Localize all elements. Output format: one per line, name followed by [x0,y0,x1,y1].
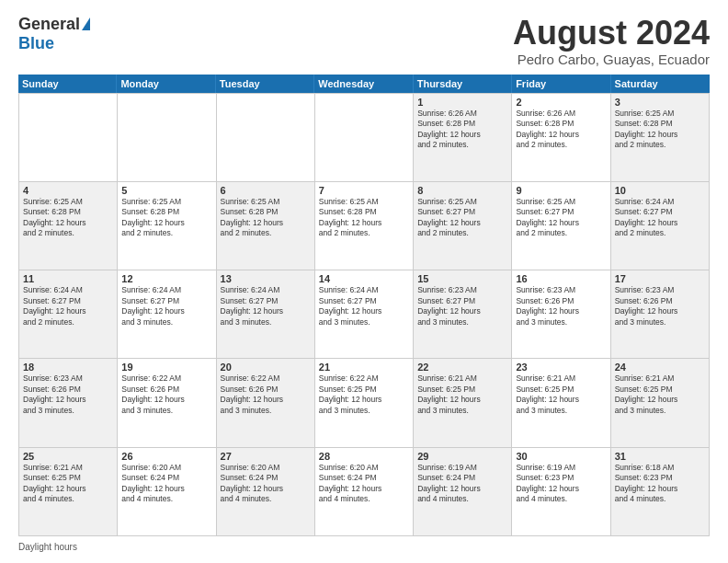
calendar-cell [315,94,414,182]
day-info: Sunrise: 6:23 AM Sunset: 6:26 PM Dayligh… [23,373,113,416]
day-number: 6 [221,185,311,196]
calendar-header-cell: Thursday [414,75,512,93]
day-number: 28 [319,451,409,462]
calendar-header-cell: Sunday [18,75,117,93]
day-info: Sunrise: 6:25 AM Sunset: 6:28 PM Dayligh… [615,109,705,151]
calendar-cell: 8Sunrise: 6:25 AM Sunset: 6:27 PM Daylig… [414,182,512,270]
calendar-cell: 11Sunrise: 6:24 AM Sunset: 6:27 PM Dayli… [19,270,118,359]
day-number: 21 [319,362,409,373]
day-number: 20 [221,362,311,373]
day-number: 25 [23,451,113,462]
calendar-cell: 31Sunrise: 6:18 AM Sunset: 6:23 PM Dayli… [611,448,710,536]
calendar-cell: 20Sunrise: 6:22 AM Sunset: 6:26 PM Dayli… [217,359,315,447]
day-number: 16 [516,273,606,284]
day-number: 1 [417,97,507,108]
calendar-cell: 23Sunrise: 6:21 AM Sunset: 6:25 PM Dayli… [512,359,610,447]
calendar-cell: 24Sunrise: 6:21 AM Sunset: 6:25 PM Dayli… [611,359,710,447]
day-info: Sunrise: 6:21 AM Sunset: 6:25 PM Dayligh… [516,373,606,416]
calendar-cell: 10Sunrise: 6:24 AM Sunset: 6:27 PM Dayli… [611,182,710,270]
day-info: Sunrise: 6:22 AM Sunset: 6:26 PM Dayligh… [121,373,211,416]
header: General Blue August 2024 Pedro Carbo, Gu… [18,15,710,67]
day-number: 18 [23,362,113,373]
calendar-week-row: 11Sunrise: 6:24 AM Sunset: 6:27 PM Dayli… [19,270,710,359]
logo-general-text: General [18,15,80,34]
calendar-cell: 5Sunrise: 6:25 AM Sunset: 6:28 PM Daylig… [118,182,216,270]
logo: General Blue [18,15,90,53]
calendar-header-cell: Tuesday [216,75,314,93]
calendar-cell: 15Sunrise: 6:23 AM Sunset: 6:27 PM Dayli… [414,270,512,359]
calendar-cell: 12Sunrise: 6:24 AM Sunset: 6:27 PM Dayli… [118,270,216,359]
calendar-header-cell: Friday [512,75,610,93]
calendar-cell: 16Sunrise: 6:23 AM Sunset: 6:26 PM Dayli… [512,270,610,359]
day-info: Sunrise: 6:25 AM Sunset: 6:28 PM Dayligh… [121,197,211,239]
day-number: 19 [121,362,211,373]
day-number: 4 [23,185,113,196]
main-title: August 2024 [513,15,710,52]
calendar-cell [217,94,315,182]
title-block: August 2024 Pedro Carbo, Guayas, Ecuador [513,15,710,67]
calendar-header-cell: Saturday [611,75,710,93]
calendar-week-row: 4Sunrise: 6:25 AM Sunset: 6:28 PM Daylig… [19,182,710,270]
calendar-header: SundayMondayTuesdayWednesdayThursdayFrid… [18,75,710,93]
day-info: Sunrise: 6:22 AM Sunset: 6:26 PM Dayligh… [221,373,311,416]
day-number: 5 [121,185,211,196]
day-number: 3 [615,97,705,108]
calendar-cell: 17Sunrise: 6:23 AM Sunset: 6:26 PM Dayli… [611,270,710,359]
calendar-header-cell: Wednesday [314,75,413,93]
day-info: Sunrise: 6:25 AM Sunset: 6:28 PM Dayligh… [221,197,311,239]
calendar-cell: 19Sunrise: 6:22 AM Sunset: 6:26 PM Dayli… [118,359,216,447]
day-info: Sunrise: 6:23 AM Sunset: 6:27 PM Dayligh… [417,285,507,327]
calendar-week-row: 25Sunrise: 6:21 AM Sunset: 6:25 PM Dayli… [19,448,710,536]
day-info: Sunrise: 6:20 AM Sunset: 6:24 PM Dayligh… [319,463,409,505]
day-info: Sunrise: 6:21 AM Sunset: 6:25 PM Dayligh… [417,373,507,416]
calendar-cell: 26Sunrise: 6:20 AM Sunset: 6:24 PM Dayli… [118,448,216,536]
day-info: Sunrise: 6:19 AM Sunset: 6:23 PM Dayligh… [516,463,606,505]
location-subtitle: Pedro Carbo, Guayas, Ecuador [513,52,710,67]
calendar-cell: 4Sunrise: 6:25 AM Sunset: 6:28 PM Daylig… [19,182,118,270]
logo-blue-text: Blue [18,34,54,53]
logo-triangle-icon [82,17,90,30]
calendar-cell [19,94,118,182]
day-info: Sunrise: 6:24 AM Sunset: 6:27 PM Dayligh… [23,285,113,327]
day-number: 30 [516,451,606,462]
day-number: 17 [615,273,705,284]
day-number: 13 [221,273,311,284]
calendar-cell: 3Sunrise: 6:25 AM Sunset: 6:28 PM Daylig… [611,94,710,182]
day-number: 23 [516,362,606,373]
day-number: 29 [417,451,507,462]
day-info: Sunrise: 6:21 AM Sunset: 6:25 PM Dayligh… [23,463,113,505]
day-info: Sunrise: 6:20 AM Sunset: 6:24 PM Dayligh… [221,463,311,505]
day-number: 11 [23,273,113,284]
day-number: 14 [319,273,409,284]
day-number: 26 [121,451,211,462]
page: General Blue August 2024 Pedro Carbo, Gu… [0,0,728,563]
day-info: Sunrise: 6:19 AM Sunset: 6:24 PM Dayligh… [417,463,507,505]
calendar-cell: 22Sunrise: 6:21 AM Sunset: 6:25 PM Dayli… [414,359,512,447]
day-info: Sunrise: 6:25 AM Sunset: 6:27 PM Dayligh… [417,197,507,239]
day-info: Sunrise: 6:25 AM Sunset: 6:27 PM Dayligh… [516,197,606,239]
calendar-body: 1Sunrise: 6:26 AM Sunset: 6:28 PM Daylig… [18,93,710,536]
calendar-cell: 21Sunrise: 6:22 AM Sunset: 6:25 PM Dayli… [315,359,414,447]
day-number: 9 [516,185,606,196]
day-info: Sunrise: 6:24 AM Sunset: 6:27 PM Dayligh… [615,197,705,239]
day-info: Sunrise: 6:26 AM Sunset: 6:28 PM Dayligh… [417,109,507,151]
calendar-cell: 29Sunrise: 6:19 AM Sunset: 6:24 PM Dayli… [414,448,512,536]
calendar-cell: 2Sunrise: 6:26 AM Sunset: 6:28 PM Daylig… [512,94,610,182]
calendar-cell: 18Sunrise: 6:23 AM Sunset: 6:26 PM Dayli… [19,359,118,447]
calendar-cell [118,94,216,182]
day-number: 22 [417,362,507,373]
day-info: Sunrise: 6:24 AM Sunset: 6:27 PM Dayligh… [221,285,311,327]
calendar-cell: 14Sunrise: 6:24 AM Sunset: 6:27 PM Dayli… [315,270,414,359]
calendar-header-cell: Monday [117,75,215,93]
calendar: SundayMondayTuesdayWednesdayThursdayFrid… [18,75,710,536]
calendar-cell: 6Sunrise: 6:25 AM Sunset: 6:28 PM Daylig… [217,182,315,270]
day-info: Sunrise: 6:23 AM Sunset: 6:26 PM Dayligh… [615,285,705,327]
day-info: Sunrise: 6:25 AM Sunset: 6:28 PM Dayligh… [23,197,113,239]
day-info: Sunrise: 6:21 AM Sunset: 6:25 PM Dayligh… [615,373,705,416]
day-info: Sunrise: 6:22 AM Sunset: 6:25 PM Dayligh… [319,373,409,416]
day-info: Sunrise: 6:18 AM Sunset: 6:23 PM Dayligh… [615,463,705,505]
day-number: 7 [319,185,409,196]
day-number: 24 [615,362,705,373]
day-info: Sunrise: 6:26 AM Sunset: 6:28 PM Dayligh… [516,109,606,151]
calendar-cell: 1Sunrise: 6:26 AM Sunset: 6:28 PM Daylig… [414,94,512,182]
